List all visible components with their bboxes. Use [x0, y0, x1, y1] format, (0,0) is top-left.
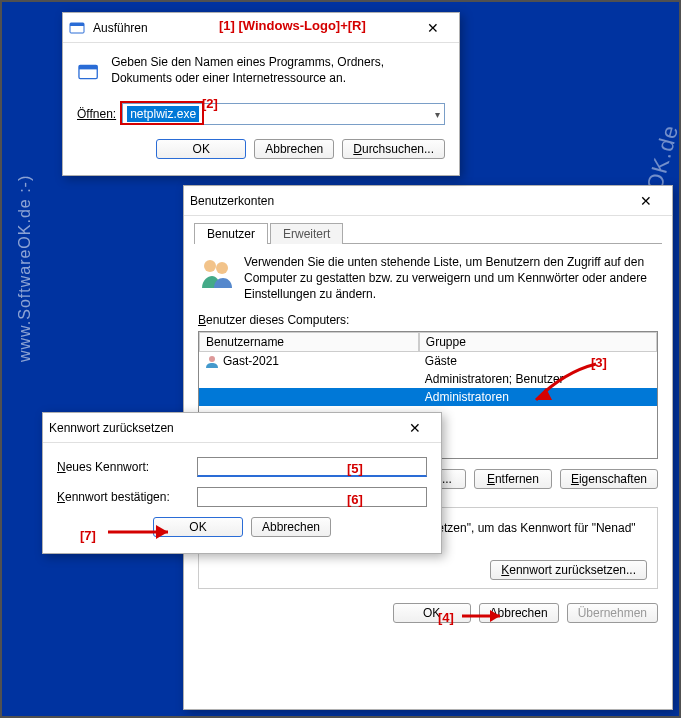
open-combo[interactable]: netplwiz.exe ▾	[122, 103, 445, 125]
run-body-icon	[77, 55, 99, 89]
column-group[interactable]: Gruppe	[419, 332, 657, 352]
svg-point-2	[209, 356, 215, 362]
cancel-button[interactable]: Abbrechen	[254, 139, 334, 159]
confirm-password-label: Kennwort bestätigen:	[57, 490, 197, 504]
table-row-selected[interactable]: Administratoren	[199, 388, 657, 406]
open-value: netplwiz.exe	[127, 106, 199, 122]
list-label: Benutzer dieses Computers:	[198, 313, 658, 327]
new-password-label: Neues Kennwort:	[57, 460, 197, 474]
close-icon[interactable]: ✕	[626, 187, 666, 215]
browse-button[interactable]: Durchsuchen...	[342, 139, 445, 159]
remove-button[interactable]: Entfernen	[474, 469, 552, 489]
run-icon	[69, 20, 85, 36]
apply-button[interactable]: Übernehmen	[567, 603, 658, 623]
users-icon	[198, 254, 234, 290]
titlebar[interactable]: Ausführen ✕	[63, 13, 459, 43]
info-text: Verwenden Sie die unten stehende Liste, …	[244, 254, 658, 303]
run-description: Geben Sie den Namen eines Programms, Ord…	[111, 55, 445, 89]
properties-button[interactable]: Eigenschaften	[560, 469, 658, 489]
watermark-left: www.SoftwareOK.de :-)	[16, 175, 34, 362]
svg-rect-6	[70, 23, 84, 26]
svg-point-1	[216, 262, 228, 274]
close-icon[interactable]: ✕	[413, 14, 453, 42]
new-password-input[interactable]	[197, 457, 427, 477]
confirm-password-input[interactable]	[197, 487, 427, 507]
cancel-button[interactable]: Abbrechen	[251, 517, 331, 537]
close-icon[interactable]: ✕	[395, 414, 435, 442]
titlebar[interactable]: Kennwort zurücksetzen ✕	[43, 413, 441, 443]
ok-button[interactable]: OK	[156, 139, 246, 159]
window-title: Ausführen	[93, 21, 413, 35]
reset-password-dialog: Kennwort zurücksetzen ✕ Neues Kennwort: …	[42, 412, 442, 554]
table-row[interactable]: Administratoren; Benutzer	[199, 370, 657, 388]
user-icon	[205, 354, 219, 368]
run-dialog: Ausführen ✕ Geben Sie den Namen eines Pr…	[62, 12, 460, 176]
window-title: Kennwort zurücksetzen	[49, 421, 395, 435]
table-row[interactable]: Gast-2021 Gäste	[199, 352, 657, 370]
ok-button[interactable]: OK	[393, 603, 471, 623]
chevron-down-icon[interactable]: ▾	[435, 109, 440, 120]
window-title: Benutzerkonten	[190, 194, 626, 208]
reset-password-button[interactable]: Kennwort zurücksetzen...	[490, 560, 647, 580]
svg-point-0	[204, 260, 216, 272]
ok-button[interactable]: OK	[153, 517, 243, 537]
column-username[interactable]: Benutzername	[199, 332, 419, 352]
cancel-button[interactable]: Abbrechen	[479, 603, 559, 623]
titlebar[interactable]: Benutzerkonten ✕	[184, 186, 672, 216]
tabs: Benutzer Erweitert	[194, 222, 662, 244]
tab-users[interactable]: Benutzer	[194, 223, 268, 244]
svg-rect-8	[79, 65, 97, 69]
open-label: Öffnen:	[77, 107, 116, 121]
tab-advanced[interactable]: Erweitert	[270, 223, 343, 244]
